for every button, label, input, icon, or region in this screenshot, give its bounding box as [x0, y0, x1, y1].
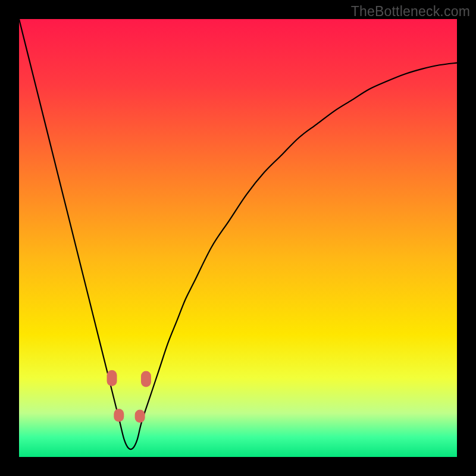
chart-background [19, 19, 457, 457]
bottleneck-chart [19, 19, 457, 457]
curve-marker [114, 409, 124, 422]
chart-frame [19, 19, 457, 457]
watermark-text: TheBottleneck.com [351, 4, 470, 20]
curve-marker [107, 370, 117, 386]
curve-marker [141, 371, 151, 387]
curve-marker [135, 410, 145, 423]
